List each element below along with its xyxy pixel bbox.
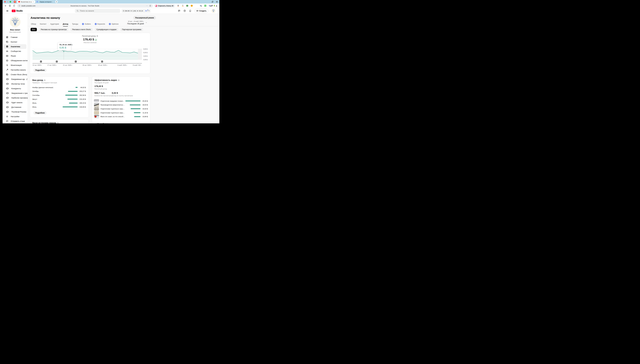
advanced-mode-button[interactable]: Расширенный режим bbox=[133, 16, 156, 20]
notifications-bell-icon[interactable] bbox=[189, 10, 192, 12]
vidiq-stat: 35.1K bbox=[137, 10, 143, 12]
sidebar-item-creator-music-бета-[interactable]: Creator Music (бета) bbox=[2, 72, 28, 77]
video-row[interactable]: Отделочник придумал гениальный сп...25,5… bbox=[94, 99, 148, 103]
sidebar: Ваш канал Idea implementer ГлавнаяКонтен… bbox=[2, 14, 28, 123]
filter-chip[interactable]: Партнерская программа bbox=[120, 28, 143, 31]
hamburger-menu-icon[interactable] bbox=[6, 10, 8, 12]
sidebar-item-языки[interactable]: Языки bbox=[2, 54, 28, 58]
create-button[interactable]: Создать bbox=[194, 9, 208, 13]
month-revenue-row[interactable]: Июль184,15 $ bbox=[32, 101, 86, 105]
video-row[interactable]: Мало кто знает, на что способна рулет...… bbox=[94, 114, 148, 118]
sidebar-item-label: Аудит канала bbox=[11, 102, 22, 104]
vidiq-list-icon[interactable] bbox=[147, 10, 148, 12]
sidebar-item-инспектор-тегов[interactable]: Инспектор тегов bbox=[2, 82, 28, 86]
channel-avatar-large[interactable] bbox=[10, 16, 20, 27]
month-revenue-row[interactable]: Август215,30 $ bbox=[32, 97, 86, 101]
sidebar-item-монетизация[interactable]: Монетизация bbox=[2, 63, 28, 68]
reload-icon[interactable] bbox=[13, 5, 15, 7]
tab-аудитория[interactable]: Аудитория bbox=[50, 23, 59, 26]
cloud-icon[interactable] bbox=[200, 4, 202, 7]
date-range-picker[interactable]: 12 окт. – 8 нояб. 2025 г. Последние 28 д… bbox=[113, 20, 147, 25]
sidebar-item-аналитика[interactable]: Аналитика bbox=[4, 44, 26, 49]
sidebar-item-контент[interactable]: Контент bbox=[2, 40, 28, 44]
sidebar-item-главная[interactable]: Главная bbox=[2, 35, 28, 40]
channel-avatar[interactable] bbox=[212, 9, 216, 13]
sidebar-item-уведомления-о-трендах[interactable]: Уведомления о трендах bbox=[2, 91, 28, 96]
channel-search[interactable] bbox=[75, 9, 120, 13]
banknote-icon[interactable] bbox=[186, 4, 188, 7]
omega-icon[interactable] bbox=[190, 4, 193, 7]
svg-text:4 нояб. 2025 г.: 4 нояб. 2025 г. bbox=[118, 64, 127, 66]
trophy-icon[interactable] bbox=[148, 10, 150, 12]
help-icon[interactable] bbox=[184, 10, 186, 12]
close-window-button[interactable] bbox=[4, 1, 6, 2]
tab-close-icon[interactable] bbox=[33, 1, 34, 2]
search-input[interactable] bbox=[80, 10, 115, 12]
chart-details-button[interactable]: Подробнее bbox=[34, 68, 46, 72]
youtube-studio-logo[interactable]: Studio bbox=[12, 10, 23, 12]
whatsapp-icon[interactable] bbox=[204, 4, 206, 7]
performance-details-button[interactable]: Подробнее bbox=[96, 122, 108, 123]
feedback-comment-icon[interactable] bbox=[178, 10, 180, 12]
sidebar-item-наиболее-просматриваем[interactable]: Наиболее просматриваем bbox=[2, 96, 28, 100]
sidebar-item-настройки[interactable]: Настройки bbox=[2, 114, 28, 119]
month-revenue-row[interactable]: Ноябрь (данные неполные)44,02 $ bbox=[32, 86, 86, 90]
back-icon[interactable] bbox=[4, 5, 7, 7]
month-revenue-row[interactable]: Октябрь203,27 $ bbox=[32, 90, 86, 94]
google-dots-icon[interactable] bbox=[182, 4, 184, 7]
browser-menu-icon[interactable] bbox=[216, 1, 218, 3]
bookmarks-panel-icon[interactable] bbox=[212, 1, 214, 3]
filter-chip[interactable]: Реклама на странице просмотра bbox=[39, 28, 68, 31]
tab-outliers[interactable]: Outliers bbox=[82, 23, 91, 26]
tab-доход[interactable]: Доход bbox=[63, 23, 68, 26]
sidebar-item-отправить-отзыв[interactable]: Отправить отзыв bbox=[2, 119, 28, 123]
browser-tab[interactable]: - Биржа интернет-проек bbox=[35, 0, 53, 3]
tab-обзор[interactable]: Обзор bbox=[31, 23, 36, 26]
tab-keywords[interactable]: Keywords bbox=[95, 23, 105, 26]
date-range-text: 12 окт. – 8 нояб. 2025 г. bbox=[127, 20, 144, 22]
filter-chip[interactable]: Реклама в ленте Shorts bbox=[70, 28, 92, 31]
traffic-lights[interactable] bbox=[4, 1, 12, 2]
sidebar-item-настройка-канала[interactable]: Настройка канала bbox=[2, 68, 28, 72]
ask-alice-button[interactable]: Спросить Алису AI bbox=[154, 4, 175, 8]
more-dots-icon[interactable] bbox=[146, 5, 148, 7]
tab-тренды[interactable]: Тренды bbox=[72, 23, 78, 26]
month-revenue-row[interactable]: Сентябрь262,56 $ bbox=[32, 93, 86, 97]
minimize-window-button[interactable] bbox=[7, 1, 8, 2]
vidiq-stats-widget[interactable]: 284.9K1,06135.1K bbox=[122, 9, 151, 13]
month-revenue-row[interactable]: Июнь318,06 $ bbox=[32, 105, 86, 109]
zoom-window-button[interactable] bbox=[10, 1, 11, 2]
new-tab-button[interactable] bbox=[55, 0, 58, 3]
vidiq-stat: 284.9K bbox=[123, 10, 130, 12]
sidebar-item-обнаружение-контен-[interactable]: Обнаружение контен... bbox=[2, 58, 28, 63]
tab-title: Аналитика по каналу - bbox=[21, 1, 32, 3]
sidebar-item-достижения[interactable]: Достижения bbox=[2, 105, 28, 110]
browser-tab[interactable]: Аналитика по каналу - bbox=[17, 0, 35, 3]
url-field[interactable]: studio.youtube.com Аналитика по каналу -… bbox=[17, 4, 153, 8]
bookmark-icon[interactable] bbox=[149, 5, 151, 7]
vidiq-stat-value: 284.9K bbox=[125, 10, 130, 12]
video-row[interactable]: Отделочники тщательно скрывают эт...16,6… bbox=[94, 107, 148, 111]
security-shield-icon[interactable] bbox=[18, 5, 20, 7]
tab-контент[interactable]: Контент bbox=[40, 23, 46, 26]
sidebar-item-конкуренты[interactable]: Конкуренты bbox=[2, 86, 28, 91]
detective-icon[interactable] bbox=[177, 4, 179, 7]
revenue-line-chart[interactable]: 12 окт. 2025 г.17 окт. 2025 г.21 окт. 20… bbox=[32, 47, 150, 67]
revenue-details-button[interactable]: Подробнее bbox=[34, 111, 46, 114]
yandex-services-icon[interactable] bbox=[9, 5, 11, 7]
video-revenue-value: 10,84 $ bbox=[140, 116, 148, 118]
sidebar-item-сообщество[interactable]: Сообщество bbox=[2, 49, 28, 54]
sidebar-item-аудит-канала[interactable]: Аудит канала bbox=[2, 100, 28, 105]
downloads-icon[interactable] bbox=[216, 5, 218, 7]
filter-chip[interactable]: Все bbox=[30, 28, 37, 31]
sidebar-item-thumbnail-preview[interactable]: Thumbnail Preview bbox=[2, 110, 28, 114]
yandex-browser-icon[interactable]: Я bbox=[14, 1, 16, 3]
tab-groups-icon[interactable] bbox=[211, 5, 213, 7]
vidiq-icon[interactable] bbox=[195, 4, 198, 7]
vidiq-app-icon[interactable] bbox=[146, 10, 146, 12]
sidebar-item-ежедневные-идеи[interactable]: Ежедневные идеи bbox=[2, 77, 28, 82]
filter-chip[interactable]: Суперфункции и подарки bbox=[95, 28, 118, 31]
video-row[interactable]: Отделочники тщательно скрывают эт...11,3… bbox=[94, 111, 148, 115]
url-text[interactable]: studio.youtube.com bbox=[21, 5, 36, 7]
video-row[interactable]: Производители микроплинтуса разор...18,0… bbox=[94, 103, 148, 107]
